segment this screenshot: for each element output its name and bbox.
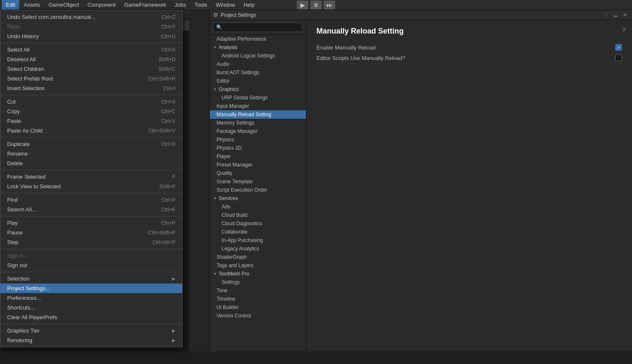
- menu-invert-selection[interactable]: Invert Selection Ctrl+I: [0, 83, 182, 93]
- settings-version-control[interactable]: Version Control: [210, 312, 306, 320]
- menu-redo: Redo Ctrl+Y: [0, 22, 182, 31]
- step-button[interactable]: ⏭: [324, 0, 335, 10]
- window-minimize[interactable]: 🗕: [612, 12, 620, 18]
- menu-undo-history[interactable]: Undo History Ctrl+U: [0, 31, 182, 41]
- menu-clear-playerprefs[interactable]: Clear All PlayerPrefs: [0, 312, 182, 322]
- settings-package-manager[interactable]: Package Manager: [210, 127, 306, 135]
- menu-sign-in: Sign in...: [0, 251, 182, 260]
- settings-timeline[interactable]: Timeline: [210, 295, 306, 303]
- project-settings-body: 🔍 Adaptive Performance ▼ Analysis Androi…: [210, 20, 632, 351]
- settings-memory[interactable]: Memory Settings: [210, 119, 306, 127]
- setting-row-editor-scripts: Editor Scripts Use Manually Reload?: [316, 53, 622, 63]
- separator-2: [0, 95, 182, 95]
- menu-window[interactable]: Window: [212, 0, 239, 10]
- menu-shortcuts[interactable]: Shortcuts...: [0, 303, 182, 312]
- triangle-icon: ▼: [213, 45, 217, 49]
- pause-button[interactable]: ⏸: [310, 0, 322, 10]
- menu-deselect-all[interactable]: Deselect All Shift+D: [0, 55, 182, 64]
- settings-physics[interactable]: Physics: [210, 135, 306, 144]
- project-settings-panel: ⚙ Project Settings ⋮ 🗕 ✕ 🔍 Adaptive Perf…: [210, 10, 632, 351]
- menu-find[interactable]: Find Ctrl+F: [0, 195, 182, 205]
- settings-search-input[interactable]: [213, 23, 303, 32]
- settings-in-app-purchasing[interactable]: In-App Purchasing: [210, 236, 306, 244]
- play-button[interactable]: ▶: [297, 0, 308, 10]
- menu-select-prefab-root[interactable]: Select Prefab Root Ctrl+Shift+R: [0, 74, 182, 83]
- menu-pause[interactable]: Pause Ctrl+Shift+P: [0, 228, 182, 237]
- settings-input-manager[interactable]: Input Manager: [210, 102, 306, 110]
- settings-manually-reload[interactable]: Manually Reload Setting: [210, 110, 306, 119]
- setting-label-editor-scripts: Editor Scripts Use Manually Reload?: [316, 55, 615, 61]
- separator-1: [0, 43, 182, 43]
- settings-script-execution[interactable]: Script Execution Order: [210, 186, 306, 194]
- menu-frame-selected[interactable]: Frame Selected F: [0, 172, 182, 182]
- window-dots[interactable]: ⋮: [602, 12, 610, 18]
- menu-step[interactable]: Step Ctrl+Alt+P: [0, 237, 182, 247]
- menu-rename[interactable]: Rename: [0, 149, 182, 159]
- settings-graphics[interactable]: ▼ Graphics: [210, 85, 306, 94]
- settings-tags-layers[interactable]: Tags and Layers: [210, 261, 306, 270]
- project-settings-title: Project Settings: [221, 12, 256, 18]
- settings-cloud-build[interactable]: Cloud Build: [210, 211, 306, 219]
- settings-editor[interactable]: Editor: [210, 77, 306, 85]
- settings-analysis[interactable]: ▼ Analysis: [210, 43, 306, 52]
- window-close[interactable]: ✕: [622, 12, 629, 18]
- settings-audio[interactable]: Audio: [210, 60, 306, 68]
- menu-select-all[interactable]: Select All Ctrl+A: [0, 45, 182, 55]
- settings-quality[interactable]: Quality: [210, 169, 306, 177]
- separator-9: [0, 324, 182, 324]
- menu-jobs[interactable]: Jobs: [170, 0, 190, 10]
- settings-android-logcat[interactable]: Android Logcat Settings: [210, 52, 306, 60]
- settings-collaborate[interactable]: Collaborate: [210, 228, 306, 236]
- triangle-icon-2: ▼: [213, 87, 217, 91]
- menu-gameframework[interactable]: GameFramework: [120, 0, 170, 10]
- window-controls: ⋮ 🗕 ✕: [602, 12, 629, 18]
- menu-rendering[interactable]: Rendering ▶: [0, 335, 182, 345]
- settings-preset-manager[interactable]: Preset Manager: [210, 161, 306, 169]
- left-sidebar: [189, 10, 210, 351]
- menu-delete[interactable]: Delete: [0, 159, 182, 168]
- checkbox-enable-manually-reload[interactable]: [615, 44, 622, 51]
- settings-services[interactable]: ▼ Services: [210, 194, 306, 203]
- menu-tools[interactable]: Tools: [191, 0, 212, 10]
- menu-gameobject[interactable]: GameObject: [44, 0, 83, 10]
- settings-time[interactable]: Time: [210, 286, 306, 295]
- settings-adaptive-performance[interactable]: Adaptive Performance: [210, 35, 306, 43]
- menu-component[interactable]: Component: [83, 0, 120, 10]
- separator-5: [0, 193, 182, 193]
- menu-paste[interactable]: Paste Ctrl+V: [0, 116, 182, 126]
- settings-scene-template[interactable]: Scene Template: [210, 177, 306, 186]
- menu-play[interactable]: Play Ctrl+P: [0, 218, 182, 228]
- menu-sign-out[interactable]: Sign out: [0, 260, 182, 270]
- settings-burst-aot[interactable]: Burst AOT Settings: [210, 68, 306, 77]
- menu-cut[interactable]: Cut Ctrl+X: [0, 97, 182, 107]
- menu-undo[interactable]: Undo Select com.zeroultra.manual... Ctrl…: [0, 12, 182, 22]
- menu-project-settings[interactable]: Project Settings...: [0, 283, 182, 293]
- menu-search-all[interactable]: Search All... Ctrl+K: [0, 205, 182, 214]
- menu-graphics-tier[interactable]: Graphics Tier ▶: [0, 326, 182, 335]
- help-icon[interactable]: ?: [622, 27, 625, 34]
- settings-ui-builder[interactable]: UI Builder: [210, 303, 306, 312]
- menu-preferences[interactable]: Preferences...: [0, 293, 182, 303]
- settings-shadergraph[interactable]: ShaderGraph: [210, 253, 306, 261]
- menu-edit[interactable]: Edit: [2, 0, 19, 10]
- checkbox-editor-scripts[interactable]: [615, 55, 622, 61]
- separator-7: [0, 249, 182, 249]
- settings-ads[interactable]: Ads: [210, 203, 306, 211]
- menu-paste-as-child[interactable]: Paste As Child Ctrl+Shift+V: [0, 126, 182, 135]
- settings-urp-global[interactable]: URP Global Settings: [210, 94, 306, 102]
- menu-select-children[interactable]: Select Children Shift+C: [0, 64, 182, 74]
- menu-lock-view[interactable]: Lock View to Selected Shift+F: [0, 182, 182, 191]
- settings-physics-2d[interactable]: Physics 2D: [210, 144, 306, 152]
- settings-textmesh-settings[interactable]: Settings: [210, 278, 306, 286]
- triangle-icon-3: ▼: [213, 196, 217, 200]
- menu-help[interactable]: Help: [239, 0, 259, 10]
- settings-legacy-analytics[interactable]: Legacy Analytics: [210, 244, 306, 253]
- settings-player[interactable]: Player: [210, 152, 306, 161]
- menu-duplicate[interactable]: Duplicate Ctrl+D: [0, 139, 182, 149]
- menu-selection[interactable]: Selection ▶: [0, 274, 182, 283]
- menu-copy[interactable]: Copy Ctrl+C: [0, 107, 182, 116]
- settings-textmesh-pro[interactable]: ▼ TextMesh Pro: [210, 270, 306, 278]
- menu-assets[interactable]: Assets: [19, 0, 44, 10]
- settings-cloud-diagnostics[interactable]: Cloud Diagnostics: [210, 219, 306, 228]
- separator-8: [0, 272, 182, 272]
